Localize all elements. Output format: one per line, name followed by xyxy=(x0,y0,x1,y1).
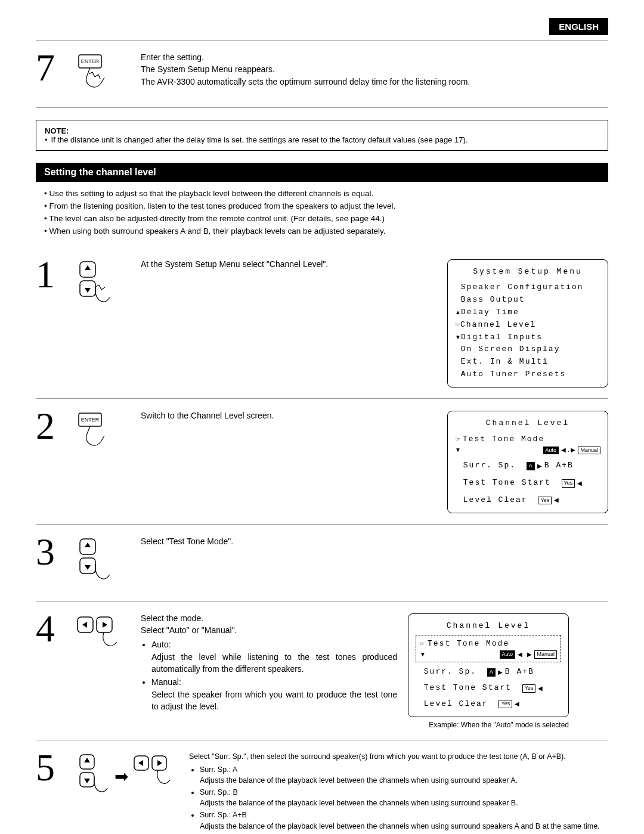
step-number: 3 xyxy=(36,533,66,571)
step-number: 4 xyxy=(36,610,66,648)
step7-line1: Enter the setting. xyxy=(141,51,608,63)
step7-line2: The System Setup Menu reappears. xyxy=(141,63,608,75)
up-down-icon xyxy=(76,752,110,802)
enter-label: ENTER xyxy=(81,58,100,64)
step4-line2: Select "Auto" or "Manual". xyxy=(141,624,397,636)
step-4: 4 Select the mode. Select "Auto" or "Man… xyxy=(36,602,608,740)
note-title: NOTE: xyxy=(45,126,599,135)
enter-button-icon: ENTER xyxy=(76,407,130,455)
up-down-icon xyxy=(76,256,130,313)
step1-text: At the System Setup Menu select "Channel… xyxy=(141,258,436,270)
osd-channel-level-auto: Channel Level ☞Test Tone Mode ▼Auto◀ . ▶… xyxy=(408,613,569,717)
left-right-icon xyxy=(133,752,178,790)
step4-line1: Select the mode. xyxy=(141,612,397,624)
osd-channel-level: Channel Level ☞Test Tone Mode ▼ Auto ◀ .… xyxy=(447,411,608,513)
osd-system-setup: System Setup Menu Speaker Configuration … xyxy=(447,259,608,387)
step-7: 7 ENTER Enter the setting. The System Se… xyxy=(36,41,608,108)
step3-text: Select "Test Tone Mode". xyxy=(141,535,608,547)
step-2: 2 ENTER Switch to the Channel Level scre… xyxy=(36,399,608,525)
step2-text: Switch to the Channel Level screen. xyxy=(141,410,436,421)
note-box: NOTE: • If the distance unit is changed … xyxy=(36,120,608,151)
language-tab: ENGLISH xyxy=(549,18,608,35)
up-down-icon xyxy=(76,533,130,590)
arrow-right-icon: ➡ xyxy=(110,752,133,786)
note-text: If the distance unit is changed after th… xyxy=(51,135,468,144)
intro-text: • Use this setting to adjust so that the… xyxy=(36,182,608,247)
step-number: 1 xyxy=(36,256,66,294)
step-number: 7 xyxy=(36,49,66,87)
step-3: 3 Select "Test Tone Mode". xyxy=(36,525,608,602)
enter-button-icon: ENTER xyxy=(76,49,130,97)
step7-line3: The AVR-3300 automatically sets the opti… xyxy=(141,76,608,88)
step-1: 1 At the System Setup Menu select "Chann… xyxy=(36,247,608,399)
step-5: 5 ➡ xyxy=(36,740,608,834)
step-number: 5 xyxy=(36,749,66,787)
step-number: 2 xyxy=(36,407,66,445)
svg-text:ENTER: ENTER xyxy=(81,417,100,423)
step5-lead: Select "Surr. Sp.", then select the surr… xyxy=(189,751,608,762)
left-right-icon xyxy=(76,610,130,652)
section-title: Setting the channel level xyxy=(36,163,608,182)
osd-caption: Example: When the "Auto" mode is selecte… xyxy=(408,721,569,729)
